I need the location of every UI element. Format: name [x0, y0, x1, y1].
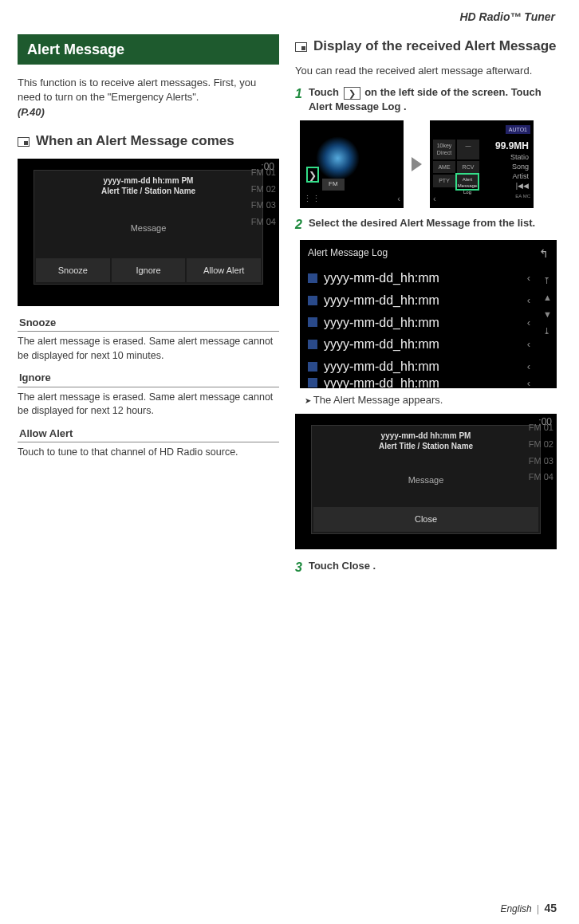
preset: FM 02 [529, 438, 553, 450]
page-reference: (P.40) [18, 105, 279, 120]
list-item[interactable]: yyyy-mm-dd_hh:mm‹ [300, 267, 538, 289]
subsection-title: When an Alert Message comes [36, 132, 234, 151]
scroll-down-icon[interactable]: ▼ [543, 309, 552, 320]
popup-body: Message [34, 200, 262, 257]
chevron-left-icon: ‹ [527, 316, 530, 330]
divider [538, 905, 538, 914]
step-number: 1 [295, 85, 302, 114]
dash-button[interactable]: — [457, 140, 479, 159]
square-icon [308, 317, 317, 327]
alert-log-figure: Alert Message Log ↰ yyyy-mm-dd_hh:mm‹ yy… [300, 240, 557, 389]
preset: FM 03 [529, 455, 553, 467]
log-title: Alert Message Log [300, 240, 531, 268]
step-text: Touch ❯ on the left side of the screen. … [309, 85, 557, 114]
step-1: 1 Touch ❯ on the left side of the screen… [295, 85, 557, 114]
twin-figure: ❯ FM ⋮⋮‹ AUTO1 10key Direct — AME RCV PT… [300, 120, 557, 208]
scroll-top-icon[interactable]: ⤒ [543, 275, 552, 287]
rcv-button[interactable]: RCV [457, 161, 479, 173]
list-item[interactable]: yyyy-mm-dd_hh:mm‹ [300, 377, 538, 388]
t: on the left side of the screen. Touch [362, 86, 542, 98]
scroll-bottom-icon[interactable]: ⤓ [543, 325, 552, 337]
close-button[interactable]: Close [313, 507, 538, 532]
step-text: Select the desired Alert Message from th… [309, 216, 535, 234]
log-timestamp: yyyy-mm-dd_hh:mm [324, 292, 439, 309]
preset: FM 01 [529, 422, 553, 434]
t: . [401, 100, 407, 112]
log-timestamp: yyyy-mm-dd_hh:mm [324, 377, 439, 388]
intro-text: This function is to receive alert messag… [18, 76, 279, 104]
list-item[interactable]: yyyy-mm-dd_hh:mm‹ [300, 312, 538, 334]
footer-language: English [500, 903, 531, 914]
expand-button[interactable]: ❯ [306, 167, 319, 183]
right-column: Display of the received Alert Message Yo… [295, 34, 557, 583]
preset-list: FM 01 FM 02 FM 03 FM 04 [529, 422, 553, 483]
log-timestamp: yyyy-mm-dd_hh:mm [324, 314, 439, 332]
scroll-up-icon[interactable]: ▲ [543, 292, 552, 304]
def-head-allow: Allow Alert [18, 427, 279, 443]
log-timestamp: yyyy-mm-dd_hh:mm [324, 269, 439, 287]
preset: FM 02 [251, 183, 276, 195]
popup-body: Message [312, 455, 540, 505]
ame-button[interactable]: AME [433, 161, 455, 173]
popup-header: yyyy-mm-dd hh:mm PM Alert Title / Statio… [34, 171, 262, 200]
square-icon [308, 362, 317, 372]
preset-list: FM 01 FM 02 FM 03 FM 04 [251, 167, 276, 228]
pty-button[interactable]: PTY [433, 175, 455, 187]
list-item[interactable]: yyyy-mm-dd_hh:mm‹ [300, 289, 538, 312]
prev-icon: |◀◀ [510, 181, 529, 191]
preset: FM 01 [251, 167, 276, 179]
square-bullet-icon [18, 137, 30, 147]
band-label: FM [322, 179, 345, 191]
artist: Artist [510, 171, 529, 181]
def-body-ignore: The alert message is erased. Same alert … [18, 391, 279, 419]
square-bullet-icon [295, 42, 307, 52]
step-number: 3 [295, 559, 302, 576]
popup-timestamp: yyyy-mm-dd hh:mm PM [34, 175, 262, 187]
tenkey-button[interactable]: 10key Direct [433, 140, 455, 159]
square-icon [308, 273, 317, 283]
def-body-allow: Touch to tune to that channel of HD Radi… [18, 446, 279, 460]
chevron-left-icon: ‹ [527, 360, 530, 374]
alert-message-log-button[interactable]: Alert Message Log [455, 173, 479, 191]
popup-timestamp: yyyy-mm-dd hh:mm PM [312, 431, 540, 442]
popup-header: yyyy-mm-dd hh:mm PM Alert Title / Statio… [312, 426, 540, 455]
preset: FM 04 [529, 471, 553, 483]
chevron-left-icon: ‹ [527, 271, 530, 285]
control-bar: ⋮⋮‹ [303, 193, 400, 205]
chevron-left-icon: ‹ [527, 337, 530, 352]
preset: FM 03 [251, 199, 276, 211]
ea-mc: EA MC [515, 193, 530, 205]
def-head-snooze: Snooze [18, 316, 279, 332]
t: Touch [309, 560, 342, 572]
popup-title: Alert Title / Station Name [34, 186, 262, 197]
station: Statio [510, 152, 529, 162]
log-timestamp: yyyy-mm-dd_hh:mm [324, 358, 439, 375]
close-label: Close [342, 560, 370, 572]
subsection-heading: When an Alert Message comes [18, 132, 279, 151]
mini-figure-left: ❯ FM ⋮⋮‹ [300, 120, 404, 208]
chapter-header: HD Radio™ Tuner [0, 0, 579, 29]
step-2: 2 Select the desired Alert Message from … [295, 216, 557, 234]
frequency: 99.9MH [495, 140, 529, 152]
snooze-button[interactable]: Snooze [36, 258, 110, 283]
chevron-left-icon: ‹ [527, 377, 530, 388]
allow-alert-button[interactable]: Allow Alert [187, 258, 261, 283]
page-footer: English 45 [500, 901, 557, 916]
ignore-button[interactable]: Ignore [112, 258, 186, 283]
intro-text: You can read the received alert message … [295, 64, 557, 78]
subsection-title: Display of the received Alert Message [313, 37, 557, 56]
list-item[interactable]: yyyy-mm-dd_hh:mm‹ [300, 333, 538, 356]
square-icon [308, 378, 317, 387]
def-body-snooze: The alert message is erased. Same alert … [18, 335, 279, 363]
def-head-ignore: Ignore [18, 371, 279, 387]
arrow-right-icon [412, 157, 422, 171]
alert-message-log-label: Alert Message Log [309, 100, 401, 112]
preset: FM 04 [251, 216, 276, 228]
log-timestamp: yyyy-mm-dd_hh:mm [324, 336, 439, 353]
list-item[interactable]: yyyy-mm-dd_hh:mm‹ [300, 356, 538, 378]
auto-badge: AUTO1 [506, 125, 530, 134]
scroll-controls: ⤒ ▲ ▼ ⤓ [538, 267, 557, 388]
page-number: 45 [544, 902, 557, 914]
chevron-left-icon: ‹ [527, 293, 530, 308]
back-icon[interactable]: ↰ [531, 240, 557, 268]
